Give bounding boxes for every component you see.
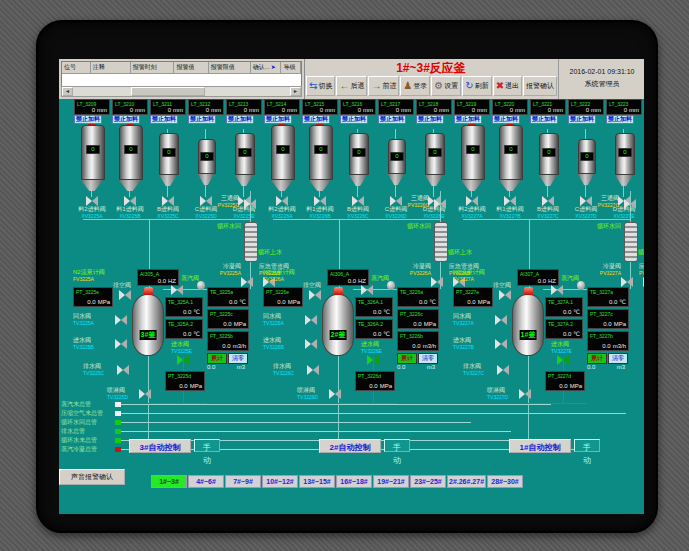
spray-valve-icon[interactable] [519, 389, 531, 399]
reactor-page-button[interactable]: 7#~9# [225, 475, 261, 488]
feed-status-label: 禁止加料 [264, 115, 292, 124]
vent-valve-icon[interactable] [499, 290, 511, 300]
condenser-valve-label: 冷凝阀 [203, 263, 241, 270]
refresh-button[interactable]: ↻刷新 [462, 76, 491, 96]
feed-valve-icon[interactable] [466, 196, 478, 206]
switch-view-button[interactable]: ⇆切换 [306, 76, 335, 96]
reactor-page-button[interactable]: 13#~15# [299, 475, 335, 488]
reactor-page-button[interactable]: 19#~21# [373, 475, 409, 488]
exit-button[interactable]: ✖退出 [493, 76, 522, 96]
inlet-water-valve-icon[interactable] [495, 339, 507, 349]
settings-button[interactable]: ⚙设置 [431, 76, 461, 96]
reactor-page-button[interactable]: 1#~3# [151, 475, 187, 488]
drain-valve-icon[interactable] [497, 365, 509, 375]
feed-valve-icon[interactable] [86, 196, 98, 206]
steam-valve-icon[interactable] [171, 285, 183, 295]
condenser-valve-icon[interactable] [621, 277, 633, 287]
three-way-valve-icon[interactable] [244, 199, 256, 209]
reactor-page-button[interactable]: 16#~18# [336, 475, 372, 488]
feed-valve-icon[interactable] [162, 196, 174, 206]
feed-valve-icon[interactable] [276, 196, 288, 206]
feed-valve-tag: XV3225E [225, 213, 263, 219]
feed-valve-icon[interactable] [504, 196, 516, 206]
auto-control-button[interactable]: 1#自动控制 [509, 439, 571, 453]
tank-level-readout: LT_3217 0mm [378, 99, 414, 115]
temp-readout-2: TE_327A.2 0.0℃ [545, 319, 583, 339]
totalizer-clear-button[interactable]: 清零 [418, 353, 438, 364]
feed-tank: 0 [235, 133, 253, 186]
spray-valve-icon[interactable] [139, 389, 151, 399]
feed-valve-icon[interactable] [124, 196, 136, 206]
alarm-column-header: 位号 [62, 62, 91, 73]
manual-mode-button[interactable]: 手动 [194, 439, 220, 452]
feed-valve-icon[interactable] [352, 196, 364, 206]
inlet-water-valve-icon[interactable] [115, 339, 127, 349]
back-arrow-icon: ← [339, 81, 349, 91]
return-water-valve-icon[interactable] [305, 315, 317, 325]
return-water-valve-icon[interactable] [115, 315, 127, 325]
water-in-valve-icon[interactable] [557, 355, 569, 365]
water-in-valve-icon[interactable] [177, 355, 189, 365]
back-button[interactable]: ←后退 [336, 76, 367, 96]
tank-level-unit: mm [249, 107, 259, 113]
inlet-water-valve-icon[interactable] [305, 339, 317, 349]
auto-control-button[interactable]: 3#自动控制 [129, 439, 191, 453]
totalizer-clear-button[interactable]: 清零 [228, 353, 248, 364]
tank-level-tag: LT_3213 [227, 100, 261, 107]
totalizer-accumulate-button[interactable]: 累计 [397, 353, 417, 364]
temp-readout-1: TE_325A.1 0.0℃ [165, 297, 203, 317]
vent-valve-icon[interactable] [119, 290, 131, 300]
three-way-valve-icon[interactable] [434, 199, 446, 209]
totalizer-clear-button[interactable]: 清零 [608, 353, 628, 364]
tank-level-readout: LT_3220 0mm [492, 99, 528, 115]
feed-valve-label: 料1进料阀 [491, 206, 529, 213]
condenser-valve-label: 冷凝阀 [583, 263, 621, 270]
scroll-left-icon[interactable]: ◄ [62, 87, 73, 96]
emergency-valve-icon[interactable] [643, 277, 644, 287]
flow-readout-b: FT_3226b 0.0m3/h [397, 331, 439, 351]
agitator-tag: AI307_A [518, 270, 558, 277]
refresh-icon: ↻ [465, 81, 473, 91]
steam-valve-icon[interactable] [551, 285, 563, 295]
reactor-page-button[interactable]: 4#~6# [188, 475, 224, 488]
drain-valve-icon[interactable] [307, 365, 319, 375]
vent-valve-icon[interactable] [309, 290, 321, 300]
n2-flow-valve-label: N2流量计阀 [263, 269, 307, 276]
tank-level-display: 0 [466, 145, 480, 154]
login-button[interactable]: ♟登录 [400, 76, 430, 96]
reactor-page-button[interactable]: 28#~30# [487, 475, 523, 488]
feed-tank-unit: LT_3220 0mm 禁止加料 0 料1进料阀 XV3227B [491, 99, 529, 221]
reactor-page-button[interactable]: 10#~12# [262, 475, 298, 488]
alarm-column-header: 报警限值 [209, 62, 251, 73]
three-way-valve-icon[interactable] [624, 199, 636, 209]
condenser-valve-icon[interactable] [241, 277, 253, 287]
drain-valve-icon[interactable] [117, 365, 129, 375]
reactor-page-button[interactable]: 23#~25# [410, 475, 446, 488]
return-water-valve-icon[interactable] [495, 315, 507, 325]
water-in-valve-icon[interactable] [367, 355, 379, 365]
reactor-page-button[interactable]: 2#.26#.27# [447, 475, 486, 488]
feed-valve-label: 料2进料阀 [263, 206, 301, 213]
totalizer-accumulate-button[interactable]: 累计 [207, 353, 227, 364]
feed-valve-icon[interactable] [542, 196, 554, 206]
feed-valve-icon[interactable] [314, 196, 326, 206]
condenser-valve-icon[interactable] [431, 277, 443, 287]
user-icon: ♟ [403, 81, 412, 91]
steam-valve-icon[interactable] [361, 285, 373, 295]
water-in-valve-tag: TV3225E [171, 348, 201, 354]
alarm-table-scrollbar[interactable]: ◄ ► [61, 86, 302, 97]
tank-level-readout: LT_3209 0mm [74, 99, 110, 115]
tank-level-unit: mm [173, 107, 183, 113]
tank-level-unit: mm [97, 107, 107, 113]
scroll-right-icon[interactable]: ► [290, 87, 301, 96]
manual-mode-button[interactable]: 手动 [574, 439, 600, 452]
spray-valve-icon[interactable] [329, 389, 341, 399]
auto-control-button[interactable]: 2#自动控制 [319, 439, 381, 453]
manual-mode-button[interactable]: 手动 [384, 439, 410, 452]
sound-alarm-ack-button[interactable]: 声音报警确认 [59, 469, 125, 485]
drain-valve-label: 排水阀 [83, 363, 113, 370]
forward-button[interactable]: →前进 [368, 76, 399, 96]
scrollbar-thumb[interactable] [131, 87, 205, 96]
alarm-ack-button[interactable]: 报警确认 [523, 76, 557, 96]
totalizer-accumulate-button[interactable]: 累计 [587, 353, 607, 364]
